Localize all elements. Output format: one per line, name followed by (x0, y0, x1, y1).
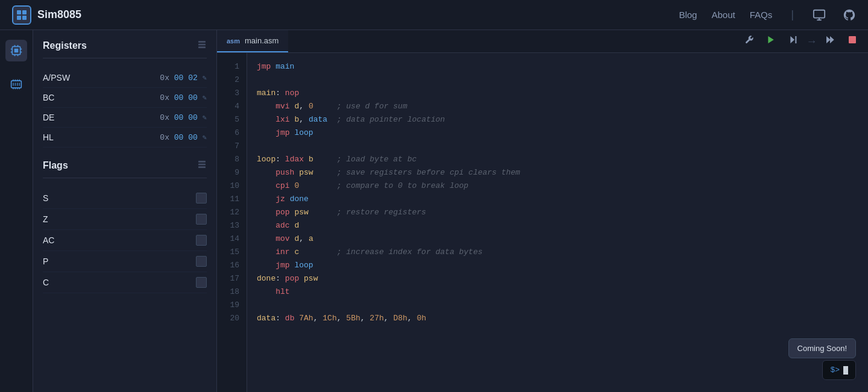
github-icon[interactable] (843, 8, 856, 22)
code-line-5: lxi b, data ; data pointer location (257, 113, 868, 126)
line-num-3: 3 (217, 87, 247, 100)
flags-header-icon (197, 160, 207, 172)
logo-area: Sim8085 (12, 5, 679, 25)
flag-checkbox-c[interactable] (196, 277, 207, 288)
svg-marker-39 (826, 36, 831, 43)
coming-soon-tooltip: Coming Soon! (788, 338, 856, 358)
flag-name-ac: AC (43, 235, 54, 245)
line-num-20: 20 (217, 312, 247, 325)
nav-about[interactable]: About (711, 10, 735, 20)
app-logo-icon (12, 5, 31, 25)
asm-icon: asm (227, 37, 240, 45)
app-title: Sim8085 (37, 8, 81, 21)
reg-edit-apsw[interactable]: ✎ (203, 73, 207, 82)
register-row-hl: HL 0x 00 00 ✎ (43, 128, 207, 148)
registers-title: Registers (43, 40, 87, 51)
stop-button[interactable] (844, 33, 861, 50)
monitor-icon[interactable] (813, 8, 826, 22)
line-num-19: 19 (217, 299, 247, 312)
sidebar-memory-icon[interactable] (5, 73, 27, 95)
main-content: Registers A/PSW 0x 00 02 ✎ BC (0, 30, 868, 392)
nav-faqs[interactable]: FAQs (750, 10, 773, 20)
reg-value-area-apsw: 0x 00 02 ✎ (160, 73, 207, 82)
code-line-6: jmp loop (257, 126, 868, 140)
editor-area: asm main.asm (217, 30, 868, 392)
flag-checkbox-z[interactable] (196, 214, 207, 225)
tab-main-asm[interactable]: asm main.asm (217, 30, 288, 52)
sidebar-cpu-icon[interactable] (5, 40, 27, 61)
svg-rect-30 (198, 41, 206, 43)
code-line-13: adc d (257, 219, 868, 232)
flag-name-c: C (43, 278, 49, 287)
svg-rect-41 (849, 36, 856, 43)
line-num-4: 4 (217, 100, 247, 113)
code-line-2 (257, 73, 868, 87)
terminal-cursor (843, 366, 848, 375)
reg-value-area-bc: 0x 00 00 ✎ (160, 93, 207, 102)
registers-list: A/PSW 0x 00 02 ✎ BC 0x 00 00 ✎ DE 0x 00 … (43, 68, 207, 148)
reg-edit-bc[interactable]: ✎ (203, 93, 207, 102)
svg-marker-36 (769, 36, 774, 43)
fast-forward-button[interactable] (821, 33, 839, 50)
code-line-14: mov d, a (257, 232, 868, 246)
terminal-area[interactable]: $> (822, 360, 856, 380)
svg-rect-17 (11, 81, 22, 88)
line-num-12: 12 (217, 206, 247, 219)
line-num-7: 7 (217, 140, 247, 153)
flag-row-p: P (43, 251, 207, 272)
flags-header: Flags (43, 160, 207, 178)
terminal-prompt-text: $> (830, 366, 840, 375)
code-line-10: cpi 0 ; compare to 0 to break loop (257, 179, 868, 193)
line-num-9: 9 (217, 166, 247, 179)
svg-rect-3 (22, 16, 27, 20)
code-line-16: jmp loop (257, 259, 868, 272)
code-line-9: push psw ; save registers before cpi cle… (257, 166, 868, 179)
flag-checkbox-s[interactable] (196, 193, 207, 204)
code-line-20: data: db 7Ah, 1Ch, 5Bh, 27h, D8h, 0h (257, 312, 868, 325)
line-num-11: 11 (217, 193, 247, 206)
top-navigation: Sim8085 Blog About FAQs | (0, 0, 868, 30)
line-num-1: 1 (217, 60, 247, 73)
svg-rect-2 (17, 16, 21, 20)
line-num-14: 14 (217, 232, 247, 246)
toolbar-separator: → (808, 36, 815, 48)
code-line-19 (257, 299, 868, 312)
reg-value-bc: 0x 00 00 (160, 93, 197, 102)
svg-rect-32 (198, 46, 206, 48)
line-num-13: 13 (217, 219, 247, 232)
nav-divider: | (789, 9, 796, 21)
run-button[interactable] (763, 33, 779, 50)
tab-list: asm main.asm (217, 30, 288, 52)
code-line-4: mvi d, 0 ; use d for sum (257, 100, 868, 113)
step-button[interactable] (784, 33, 802, 50)
reg-edit-de[interactable]: ✎ (203, 113, 207, 122)
line-num-16: 16 (217, 259, 247, 272)
flag-checkbox-ac[interactable] (196, 235, 207, 246)
flag-checkbox-p[interactable] (196, 256, 207, 267)
svg-marker-37 (791, 36, 795, 43)
svg-marker-40 (830, 36, 834, 43)
reg-value-de: 0x 00 00 (160, 113, 197, 122)
flag-row-s: S (43, 188, 207, 209)
flag-name-s: S (43, 193, 48, 203)
sidebar (0, 30, 33, 392)
reg-edit-hl[interactable]: ✎ (203, 133, 207, 142)
code-editor[interactable]: 1 2 3 4 5 6 7 8 9 10 11 12 13 14 15 16 1… (217, 53, 868, 392)
line-num-5: 5 (217, 113, 247, 126)
reg-name-bc: BC (43, 93, 67, 102)
register-row-bc: BC 0x 00 00 ✎ (43, 88, 207, 108)
build-button[interactable] (741, 33, 758, 50)
code-line-8: loop: ldax b ; load byte at bc (257, 153, 868, 166)
register-row-apsw: A/PSW 0x 00 02 ✎ (43, 68, 207, 88)
svg-rect-4 (814, 10, 825, 17)
code-line-7 (257, 140, 868, 153)
registers-header-icon (197, 40, 207, 52)
registers-panel: Registers A/PSW 0x 00 02 ✎ BC (33, 30, 217, 392)
flags-section: Flags S Z AC (43, 160, 207, 293)
flags-title: Flags (43, 160, 68, 171)
code-line-15: inr c ; increase index for data bytes (257, 246, 868, 259)
flag-row-c: C (43, 272, 207, 293)
toolbar-right: → (741, 33, 868, 50)
reg-value-area-hl: 0x 00 00 ✎ (160, 133, 207, 142)
nav-blog[interactable]: Blog (679, 10, 697, 20)
